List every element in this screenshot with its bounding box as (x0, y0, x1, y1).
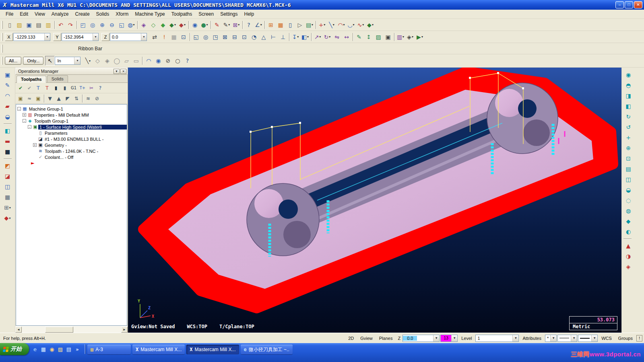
z-coordinate-label[interactable]: Z (101, 33, 109, 41)
spin-view[interactable]: ↺ (623, 122, 633, 132)
shaded-edges-view[interactable]: ◆▾ (168, 20, 178, 30)
screen-capture[interactable]: ▣ (383, 32, 393, 42)
drafting-note[interactable]: ✎ (354, 32, 364, 42)
prompt-alert[interactable]: ! (159, 32, 169, 42)
analyze-tool[interactable]: ▣ (3, 70, 12, 80)
panel-menu-button[interactable]: ▼ (114, 69, 120, 74)
tree-item-toolpath-file[interactable]: ≋Toolpath - 1246.0K - T.NC - (17, 148, 127, 154)
send-file[interactable]: ▷ (295, 20, 305, 30)
units-combobox[interactable]: In ▾ (55, 57, 80, 65)
tree-expander[interactable]: - (23, 119, 26, 123)
z-depth-dropdown[interactable]: ▼ (433, 335, 439, 341)
menu-view[interactable]: View (31, 10, 48, 18)
analyze-dynamic-dropdown[interactable]: ▾ (206, 23, 208, 27)
zoom-previous-dropdown[interactable]: ▾ (133, 23, 135, 27)
viewport-canvas[interactable]: Y Z X (128, 68, 621, 333)
select-all-button[interactable]: All... (5, 57, 21, 65)
named-views[interactable]: ▤ (623, 164, 633, 174)
plane-selector-dropdown[interactable]: ▾ (307, 35, 309, 39)
level-manager-dropdown[interactable]: ▾ (312, 23, 313, 27)
machine-sim[interactable]: ◈▾ (405, 32, 415, 42)
zoom-in[interactable]: ⊕ (97, 20, 107, 30)
gview-right[interactable]: ◧ (623, 101, 633, 111)
depth-selector[interactable]: ↧▾ (291, 32, 300, 42)
line-width-combobox[interactable]: ▼ (578, 335, 598, 342)
start-button[interactable]: 开始 (0, 343, 29, 355)
delete-options-dropdown[interactable]: ▾ (228, 23, 230, 27)
operations-manager-titlebar[interactable]: Operations Manager ▼ ✕ (15, 68, 128, 75)
undelete[interactable]: ⊠▾ (231, 20, 241, 30)
xform-rotate[interactable]: ↻▾ (322, 32, 332, 42)
ql-more[interactable]: » (74, 346, 81, 354)
snap-horizontal[interactable]: ⊢ (268, 32, 278, 42)
create-line-dropdown[interactable]: ▾ (333, 23, 334, 27)
fastpoint-grid[interactable]: ▦ (169, 32, 179, 42)
select-window[interactable]: ▭ (131, 56, 141, 66)
z-coordinate-dropdown[interactable]: ▾ (141, 33, 147, 41)
wireframe-view[interactable]: ◇ (149, 20, 158, 30)
menu-file[interactable]: File (2, 10, 17, 18)
gview-isometric[interactable]: ◉ (623, 70, 633, 80)
level-button[interactable]: Level (458, 335, 475, 341)
chain-line[interactable]: ╲▾ (83, 56, 93, 66)
ql-media[interactable]: ◉ (48, 346, 56, 354)
level-manager[interactable]: ▤▾ (305, 20, 314, 30)
select-none[interactable]: ⊘ (163, 56, 173, 66)
snap-intersection[interactable]: ⊠ (220, 32, 230, 42)
snap-vertical[interactable]: ⊥ (278, 32, 288, 42)
menu-analyze[interactable]: Analyze (48, 10, 72, 18)
y-coordinate-dropdown[interactable]: ▾ (93, 33, 98, 41)
xform-translate-dropdown[interactable]: ▾ (319, 35, 321, 39)
tree-item-parameters[interactable]: ▯Parameters (17, 130, 127, 136)
save-file[interactable]: ▣ (24, 20, 34, 30)
level-combobox[interactable]: 1 ▼ (475, 335, 519, 342)
point-style-dropdown[interactable]: ▼ (550, 335, 556, 341)
solids-history[interactable]: ▥▾ (396, 32, 405, 42)
delete-options[interactable]: ✎▾ (222, 20, 231, 30)
post-selected[interactable]: G1 (69, 84, 78, 93)
create-point[interactable]: +▾ (317, 20, 327, 30)
menu-create[interactable]: Create (72, 10, 93, 18)
point-style-combobox[interactable]: * ▼ (545, 335, 557, 342)
alert-button[interactable]: ! (636, 335, 642, 341)
depth-selector-dropdown[interactable]: ▾ (297, 35, 299, 39)
task-mastercam-1[interactable]: XMastercam Mill X... (132, 345, 185, 354)
print[interactable]: ▤ (34, 20, 43, 30)
fit-view[interactable]: ⊡ (623, 154, 633, 163)
snap-arc-center[interactable]: ◎ (201, 32, 211, 42)
chain-line-dropdown[interactable]: ▾ (89, 59, 91, 63)
machine-panel[interactable]: ◪ (3, 171, 12, 181)
color-selector[interactable]: 13 ▼ (440, 335, 458, 342)
zoom-window[interactable]: ◰ (78, 20, 88, 30)
snap-point[interactable]: ⊡ (239, 32, 249, 42)
xform-rotate-dropdown[interactable]: ▾ (329, 35, 330, 39)
menu-toolpaths[interactable]: Toolpaths (168, 10, 195, 18)
move-insert-up[interactable]: ▲ (54, 94, 63, 103)
undo[interactable]: ↶ (56, 20, 66, 30)
lock-selected[interactable]: ▣ (16, 94, 25, 103)
regen-selected[interactable]: T (34, 84, 43, 93)
tree-expander[interactable]: - (17, 107, 21, 111)
zoom-out[interactable]: ⊖ (107, 20, 117, 30)
snap-face[interactable]: △ (259, 32, 268, 42)
erase-tool[interactable]: ▰ (3, 101, 12, 111)
drafting-hatch[interactable]: ▨ (374, 32, 383, 42)
analyze-angle-dropdown[interactable]: ▾ (260, 23, 262, 27)
viewsheet-table[interactable]: ▦ (276, 20, 285, 30)
surface-tool[interactable]: ◒ (3, 112, 12, 121)
viewsheet-grid[interactable]: ⊞ (266, 20, 276, 30)
z-coordinate-input[interactable]: 0.0 ▾ (110, 33, 147, 41)
hide-entities[interactable]: ◌ (623, 195, 633, 205)
task-ie-doc[interactable]: e微小径刀具加工 ~.. (241, 345, 293, 354)
selection-cursor-toggle[interactable]: ↖ (45, 56, 55, 66)
scroll-to-insert[interactable]: ⇅ (72, 94, 81, 103)
y-coordinate-label[interactable]: Y (53, 33, 61, 41)
x-coordinate-label[interactable]: X (5, 33, 13, 41)
create-spline-dropdown[interactable]: ▾ (362, 23, 364, 27)
graphics-viewport[interactable]: Y Z X Gview:Not Saved WCS:TOP T/Cplane:T… (128, 68, 621, 333)
snap-endpoint[interactable]: ◳ (211, 32, 220, 42)
snap-origin[interactable]: ◱ (191, 32, 201, 42)
high-feed[interactable]: T+ (78, 84, 87, 93)
translucency-toggle[interactable]: ◐ (623, 227, 633, 237)
backplot[interactable]: ▮ (52, 84, 60, 93)
